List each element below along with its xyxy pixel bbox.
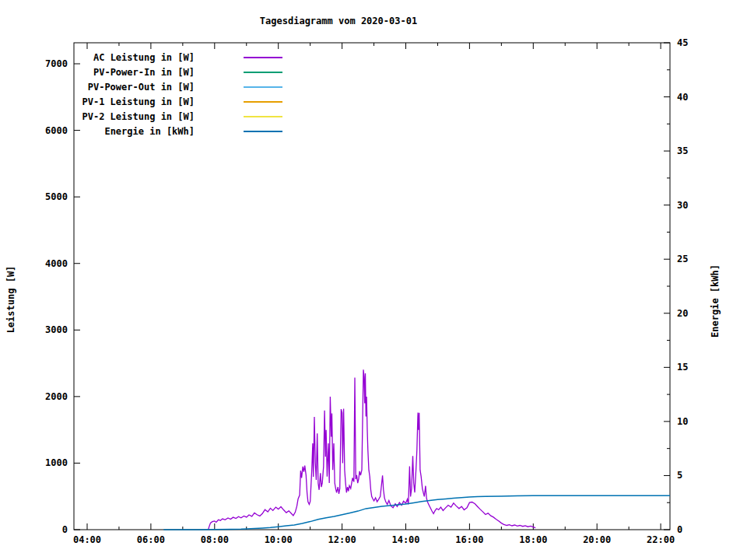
y-right-tick-label: 20 bbox=[677, 308, 688, 319]
x-tick-label: 06:00 bbox=[137, 534, 165, 545]
legend-swatch bbox=[244, 72, 282, 73]
legend-item: PV-Power-In in [W] bbox=[0, 65, 284, 79]
y-right-tick-label: 45 bbox=[677, 37, 688, 48]
x-tick-label: 12:00 bbox=[328, 534, 356, 545]
legend-swatch bbox=[244, 116, 282, 117]
legend-label: PV-1 Leistung in [W] bbox=[82, 95, 195, 109]
y-left-tick-label: 0 bbox=[62, 524, 68, 535]
y-right-tick-label: 35 bbox=[677, 145, 688, 156]
y-right-tick-label: 0 bbox=[677, 524, 682, 535]
legend-swatch bbox=[244, 131, 282, 132]
y-left-tick-label: 5000 bbox=[45, 191, 68, 202]
x-tick-label: 20:00 bbox=[583, 534, 611, 545]
series-line-ac-leistung-in-w- bbox=[209, 369, 536, 530]
legend-swatch bbox=[244, 57, 282, 58]
legend-swatch bbox=[244, 101, 282, 103]
legend-label: PV-2 Leistung in [W] bbox=[82, 110, 195, 124]
legend-item: Energie in [kWh] bbox=[0, 124, 284, 138]
legend-label: PV-Power-In in [W] bbox=[93, 65, 195, 79]
y-left-tick-label: 3000 bbox=[45, 324, 68, 335]
x-tick-label: 16:00 bbox=[455, 534, 483, 545]
x-tick-label: 04:00 bbox=[73, 534, 101, 545]
x-tick-label: 22:00 bbox=[647, 534, 675, 545]
legend-item: PV-2 Leistung in [W] bbox=[0, 110, 284, 124]
legend-item: PV-Power-Out in [W] bbox=[0, 80, 284, 94]
legend-label: PV-Power-Out in [W] bbox=[88, 80, 195, 94]
legend-label: Energie in [kWh] bbox=[104, 124, 195, 138]
series-line-energie-in-kwh- bbox=[163, 495, 670, 530]
legend-label: AC Leistung in [W] bbox=[93, 51, 195, 65]
legend-item: AC Leistung in [W] bbox=[0, 51, 284, 65]
chart-canvas: Tagesdiagramm vom 2020-03-01 Leistung [W… bbox=[0, 0, 747, 560]
y-right-tick-label: 15 bbox=[677, 362, 688, 373]
y-left-tick-label: 2000 bbox=[45, 391, 68, 402]
y-right-tick-label: 10 bbox=[677, 416, 688, 427]
y-left-tick-label: 1000 bbox=[45, 457, 68, 468]
y-right-tick-label: 25 bbox=[677, 254, 688, 264]
x-tick-label: 10:00 bbox=[265, 534, 293, 545]
x-tick-label: 14:00 bbox=[391, 534, 419, 545]
legend-swatch bbox=[244, 86, 282, 88]
y-left-tick-label: 4000 bbox=[45, 258, 68, 269]
legend-item: PV-1 Leistung in [W] bbox=[0, 95, 284, 109]
y-right-tick-label: 30 bbox=[677, 200, 688, 211]
x-tick-label: 18:00 bbox=[519, 534, 547, 545]
x-tick-label: 08:00 bbox=[201, 534, 229, 545]
y-right-tick-label: 40 bbox=[677, 92, 688, 103]
y-right-tick-label: 5 bbox=[677, 470, 682, 481]
